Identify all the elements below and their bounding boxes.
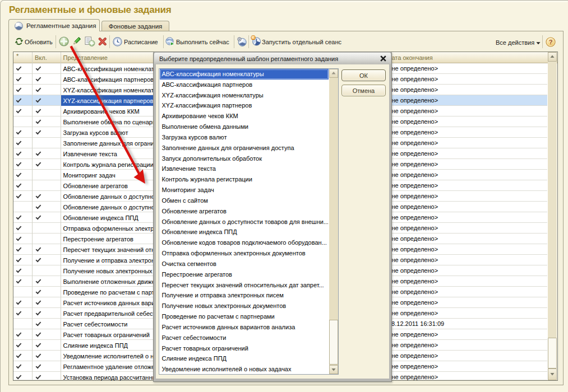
- svg-text:?: ?: [549, 39, 553, 45]
- svg-text:1С: 1С: [252, 36, 256, 39]
